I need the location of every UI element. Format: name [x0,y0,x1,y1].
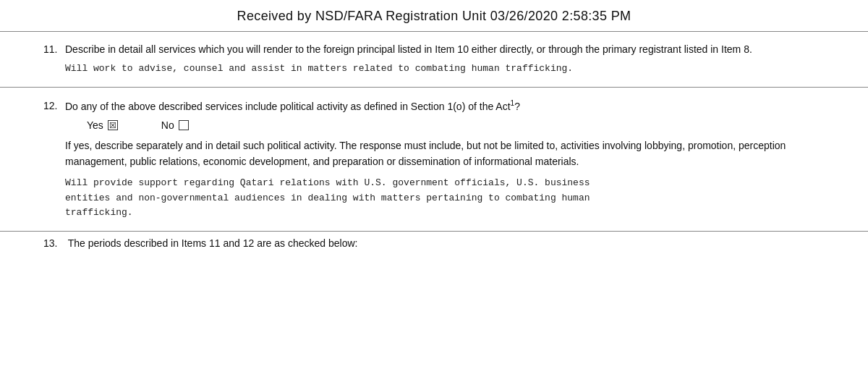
section-13-text: 13. The periods described in Items 11 an… [43,237,825,249]
yes-option: Yes ☒ [87,119,118,131]
section-12-title: 12.Do any of the above described service… [43,98,825,114]
no-option: No [161,119,189,131]
section-12-number: 12. [43,98,65,114]
section-12-response-line2: entities and non-governmental audiences … [65,191,825,206]
section-13-partial: 13. The periods described in Items 11 an… [0,231,868,249]
section-12-title-part1: Do any of the above described services i… [65,100,511,111]
header-text: Received by NSD/FARA Registration Unit 0… [237,9,631,23]
section-12: 12.Do any of the above described service… [0,88,868,231]
yes-text: Yes [87,119,103,131]
yes-checkbox[interactable]: ☒ [108,120,118,130]
page-container: Received by NSD/FARA Registration Unit 0… [0,0,868,372]
no-checkbox[interactable] [179,120,189,130]
section-13-number: 13. [43,237,65,249]
section-11-response: Will work to advise, counsel and assist … [65,62,825,77]
document-header: Received by NSD/FARA Registration Unit 0… [0,0,868,32]
section-12-response: Will provide support regarding Qatari re… [65,176,825,221]
section-12-if-yes-text: If yes, describe separately and in detai… [65,138,825,169]
section-12-title-part2: ? [514,100,520,111]
content-area: 11.Describe in detail all services which… [0,32,868,249]
yes-no-row: Yes ☒ No [87,119,825,131]
section-11-number: 11. [43,42,65,57]
section-11: 11.Describe in detail all services which… [0,32,868,88]
section-12-response-line3: trafficking. [65,206,825,221]
section-13-title: The periods described in Items 11 and 12… [68,237,358,249]
section-11-title-text: Describe in detail all services which yo… [65,43,752,55]
section-12-response-line1: Will provide support regarding Qatari re… [65,176,825,191]
no-text: No [161,119,174,131]
section-11-title: 11.Describe in detail all services which… [43,42,825,57]
